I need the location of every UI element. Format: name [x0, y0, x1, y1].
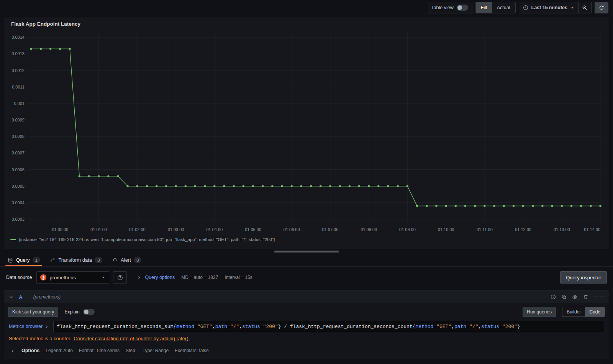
svg-text:0.0013: 0.0013: [11, 51, 25, 56]
delete-query-trash-icon[interactable]: [583, 294, 588, 300]
query-ref-id: A: [19, 294, 23, 300]
svg-text:01:14:00: 01:14:00: [584, 227, 600, 232]
run-queries-button[interactable]: Run queries: [523, 307, 556, 317]
options-summary: Legend: AutoFormat: Time seriesStep:Type…: [46, 348, 209, 353]
chevron-down-icon: [570, 6, 574, 10]
datasource-name: prometheus: [49, 275, 98, 280]
actual-button[interactable]: Actual: [492, 2, 515, 13]
fill-button[interactable]: Fill: [476, 2, 492, 13]
expr-token: "GET": [197, 324, 212, 330]
query-options-md: MD = auto = 1827: [181, 275, 218, 280]
expr-token: status: [242, 324, 260, 330]
expr-token: path: [215, 324, 227, 330]
legend-color-swatch: [10, 239, 16, 240]
expr-token: =: [466, 324, 469, 330]
transform-count-badge: 0: [95, 257, 102, 263]
expr-token: flask_http_request_duration_seconds_coun…: [290, 324, 413, 330]
zoom-out-button[interactable]: [578, 2, 591, 13]
expr-token: =: [227, 324, 230, 330]
expr-token: method: [416, 324, 434, 330]
query-inspector-button[interactable]: Query inspector: [560, 271, 607, 284]
warning-text: Selected metric is a counter.: [9, 336, 71, 341]
options-label: Options: [21, 348, 39, 353]
expr-token: path: [454, 324, 466, 330]
svg-text:01:03:00: 01:03:00: [168, 227, 184, 232]
query-options-summary-row[interactable]: Options Legend: AutoFormat: Time seriesS…: [8, 346, 605, 354]
builder-mode-button[interactable]: Builder: [562, 307, 585, 316]
duplicate-query-icon[interactable]: [561, 294, 567, 300]
datasource-picker[interactable]: prometheus: [36, 271, 109, 284]
query-row-header[interactable]: A (prometheus): [4, 291, 609, 303]
datasource-help-button[interactable]: [113, 271, 127, 284]
expr-token: method: [176, 324, 194, 330]
prometheus-icon: [40, 274, 46, 280]
svg-text:0.0008: 0.0008: [11, 134, 25, 139]
expr-token: =: [499, 324, 502, 330]
option-summary-item: Type: Range: [143, 348, 169, 353]
expr-token: =: [194, 324, 197, 330]
explain-label: Explain: [64, 309, 79, 315]
svg-text:01:05:00: 01:05:00: [245, 227, 261, 232]
hide-query-eye-icon[interactable]: [572, 294, 578, 300]
query-expression-input[interactable]: flask_http_request_duration_seconds_sum{…: [53, 321, 605, 332]
table-view-label: Table view: [431, 5, 453, 10]
tab-query-label: Query: [16, 257, 30, 263]
explain-toggle[interactable]: [83, 309, 95, 315]
legend-item[interactable]: {instance="ec2-184-169-216-224.us-west-1…: [9, 237, 604, 243]
drag-handle-icon[interactable]: [594, 297, 605, 298]
expr-token: "/": [469, 324, 478, 330]
chevron-down-icon[interactable]: [9, 295, 13, 299]
svg-text:01:11:00: 01:11:00: [477, 227, 493, 232]
table-view-toggle-wrap: Table view: [427, 2, 472, 13]
tab-alert-label: Alert: [121, 257, 131, 263]
metrics-browser-label: Metrics browser: [9, 324, 43, 329]
query-options-toggle[interactable]: Query options MD = auto = 1827 Interval …: [137, 275, 252, 280]
refresh-button[interactable]: [595, 2, 608, 13]
option-summary-item: Exemplars: false: [175, 348, 209, 353]
help-circle-icon: [117, 275, 123, 280]
latency-chart[interactable]: 0.00030.00040.00050.00060.00070.00080.00…: [9, 29, 604, 237]
svg-text:0.0012: 0.0012: [11, 68, 25, 73]
code-mode-button[interactable]: Code: [585, 307, 605, 316]
tab-alert[interactable]: Alert 0: [108, 254, 145, 266]
builder-code-switch: Builder Code: [562, 307, 605, 317]
svg-text:0.001: 0.001: [14, 101, 24, 106]
panel-edit-toolbar: Table view Fill Actual Last 15 minutes: [0, 0, 613, 15]
datasource-label: Data source: [6, 275, 32, 280]
svg-text:01:00:00: 01:00:00: [52, 227, 69, 232]
expr-token: "GET": [436, 324, 451, 330]
expr-token: =: [260, 324, 263, 330]
chevron-right-icon: [44, 325, 49, 329]
latency-panel: Flask App Endpoint Latency 0.00030.00040…: [4, 17, 609, 249]
svg-text:0.0004: 0.0004: [11, 200, 25, 205]
svg-text:01:08:00: 01:08:00: [361, 227, 377, 232]
expr-token: status: [481, 324, 499, 330]
metrics-browser-toggle[interactable]: Metrics browser: [8, 324, 53, 329]
panel-resize-handle[interactable]: [274, 251, 339, 253]
chevron-right-icon: [137, 275, 141, 280]
kick-start-query-button[interactable]: Kick start your query: [8, 307, 58, 317]
expr-token: {: [413, 324, 416, 330]
expr-token: =: [433, 324, 436, 330]
svg-text:01:06:00: 01:06:00: [284, 227, 300, 232]
warning-rate-link[interactable]: Consider calculating rate of counter by …: [74, 336, 190, 341]
time-range-picker[interactable]: Last 15 minutes: [519, 2, 578, 13]
panel-title: Flask App Endpoint Latency: [11, 21, 604, 27]
svg-text:0.0007: 0.0007: [11, 151, 25, 155]
svg-text:0.0014: 0.0014: [11, 35, 25, 39]
editor-tabs: Query 1 Transform data 0 Alert 0: [0, 254, 613, 267]
option-summary-item: Format: Time series: [79, 348, 120, 353]
expr-token: "200": [502, 324, 517, 330]
svg-text:0.0009: 0.0009: [11, 118, 25, 122]
explain-toggle-wrap: Explain: [64, 309, 94, 315]
database-icon: [8, 257, 13, 263]
svg-text:01:01:00: 01:01:00: [90, 227, 107, 232]
tab-query[interactable]: Query 1: [4, 254, 44, 266]
table-view-toggle[interactable]: [457, 5, 468, 11]
expr-token: flask_http_request_duration_seconds_sum: [57, 324, 173, 330]
svg-text:01:02:00: 01:02:00: [129, 227, 146, 232]
tab-transform-data[interactable]: Transform data 0: [46, 254, 106, 266]
info-circle-icon[interactable]: [551, 294, 556, 300]
svg-text:0.0005: 0.0005: [11, 184, 25, 189]
expr-token: "/": [230, 324, 239, 330]
